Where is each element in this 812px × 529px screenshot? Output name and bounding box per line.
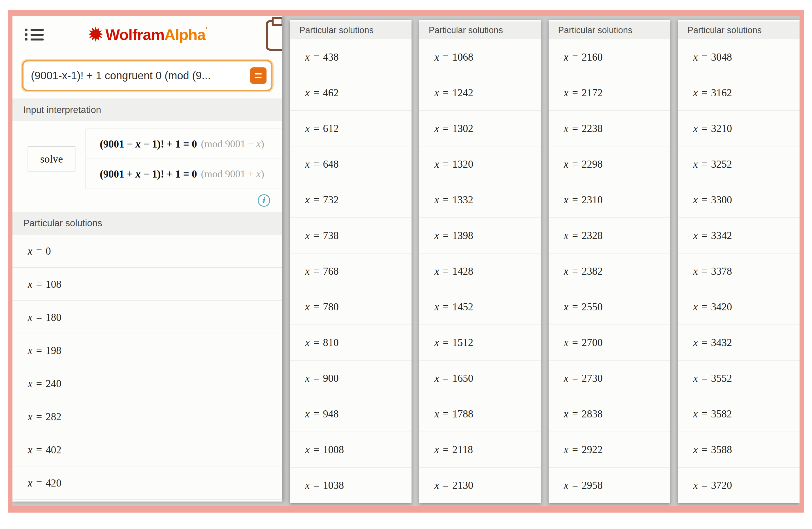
solution-variable: x [305, 443, 309, 456]
solution-variable: x [305, 479, 309, 491]
solution-equals: = [572, 443, 578, 456]
particular-solutions-card: Particular solutionsx=1068x=1242x=1302x=… [419, 20, 541, 503]
solution-row: x=282 [13, 400, 282, 433]
solution-equals: = [701, 372, 708, 384]
compute-button[interactable]: = [250, 68, 266, 84]
equation-row: (9001 − x − 1)! + 1 ≡ 0 (mod 9001 − x) [86, 129, 282, 159]
solution-variable: x [305, 158, 309, 170]
equation-row: (9001 + x − 1)! + 1 ≡ 0 (mod 9001 + x) [86, 159, 282, 189]
solution-equals: = [313, 158, 319, 170]
search-input[interactable]: (9001-x-1)! + 1 congruent 0 (mod (9... [31, 70, 250, 82]
app-header: ✹ WolframAlpha ’ [13, 16, 282, 53]
solution-equals: = [313, 87, 319, 99]
solution-row: x=2958 [549, 468, 670, 503]
solution-equals: = [701, 122, 708, 134]
solution-variable: x [564, 194, 568, 206]
solution-row: x=2238 [549, 111, 670, 146]
solution-row: x=1038 [290, 468, 411, 503]
solution-equals: = [36, 344, 42, 356]
solution-value: 612 [323, 122, 339, 134]
solution-equals: = [572, 301, 578, 313]
solution-value: 948 [323, 408, 339, 420]
info-icon[interactable]: i [258, 194, 270, 207]
solution-row: x=3432 [678, 325, 799, 361]
solution-value: 1512 [452, 336, 473, 349]
particular-solutions-header: Particular solutions [13, 212, 282, 234]
solution-variable: x [28, 477, 32, 489]
solution-equals: = [313, 194, 319, 206]
solution-row: x=2130 [419, 468, 541, 503]
solution-row: x=2298 [549, 146, 670, 182]
solution-equals: = [36, 311, 42, 323]
solution-value: 2700 [582, 336, 603, 349]
solution-variable: x [434, 265, 439, 277]
solution-variable: x [434, 301, 439, 313]
solution-row: x=3378 [678, 253, 799, 289]
solution-variable: x [564, 87, 568, 99]
solution-variable: x [28, 444, 32, 456]
solution-variable: x [305, 265, 309, 277]
solution-variable: x [564, 301, 568, 313]
clipboard-icon[interactable] [266, 20, 282, 51]
content-row: ✹ WolframAlpha ’ (9001-x-1)! + 1 congrue… [13, 16, 799, 506]
solution-value: 3420 [711, 301, 732, 313]
solution-variable: x [434, 194, 439, 206]
solution-row: x=2550 [549, 289, 670, 325]
solution-row: x=1320 [419, 146, 541, 182]
solution-equals: = [572, 194, 578, 206]
solution-value: 282 [46, 411, 61, 423]
solution-row: x=108 [13, 268, 282, 301]
solution-row: x=2700 [549, 325, 670, 361]
solution-variable: x [305, 230, 309, 241]
solution-value: 2958 [582, 479, 603, 491]
search-section: (9001-x-1)! + 1 congruent 0 (mod (9... = [13, 53, 282, 99]
solution-value: 3048 [711, 51, 732, 63]
solution-value: 1008 [323, 443, 344, 456]
solution-value: 3582 [711, 408, 732, 420]
solution-equals: = [36, 444, 42, 456]
solution-row: x=198 [13, 334, 282, 367]
solution-row: x=2310 [549, 182, 670, 218]
solution-value: 3300 [711, 194, 732, 206]
solution-equals: = [36, 378, 42, 390]
card-header: Particular solutions [549, 21, 670, 39]
solution-variable: x [693, 479, 698, 491]
solution-variable: x [564, 51, 568, 63]
solution-value: 1788 [452, 408, 473, 420]
solution-value: 3162 [711, 87, 732, 99]
solution-variable: x [564, 230, 568, 241]
equation-mod: (mod 9001 − x) [201, 138, 264, 150]
solution-equals: = [572, 336, 578, 349]
solution-value: 108 [46, 278, 61, 290]
solution-variable: x [693, 408, 698, 420]
solution-row: x=3300 [678, 182, 799, 218]
solution-row: x=1302 [419, 111, 541, 146]
solution-value: 1242 [452, 87, 473, 99]
card-header: Particular solutions [678, 21, 799, 39]
solution-value: 738 [323, 230, 339, 241]
solution-row: x=2382 [549, 253, 670, 289]
solution-value: 900 [323, 372, 339, 384]
solution-equals: = [701, 87, 708, 99]
solution-value: 2550 [582, 301, 603, 313]
solution-equals: = [701, 194, 708, 206]
solution-row: x=438 [290, 39, 411, 75]
solution-value: 2130 [452, 479, 473, 491]
solution-row: x=2922 [549, 432, 670, 468]
solution-value: 2172 [582, 87, 603, 99]
menu-icon[interactable] [25, 26, 44, 43]
solution-variable: x [305, 336, 309, 349]
solution-value: 3432 [711, 336, 732, 349]
solution-value: 3342 [711, 230, 732, 241]
solution-columns: Particular solutionsx=438x=462x=612x=648… [282, 16, 799, 506]
solution-value: 1320 [452, 158, 473, 170]
solution-value: 2118 [452, 443, 473, 456]
solution-variable: x [28, 278, 32, 290]
input-interpretation-header: Input interpretation [13, 99, 282, 121]
solution-variable: x [434, 479, 439, 491]
solution-value: 732 [323, 194, 339, 206]
solution-equals: = [701, 51, 708, 63]
solution-row: x=3588 [678, 432, 799, 468]
solution-variable: x [693, 230, 698, 241]
solution-equals: = [313, 230, 319, 241]
